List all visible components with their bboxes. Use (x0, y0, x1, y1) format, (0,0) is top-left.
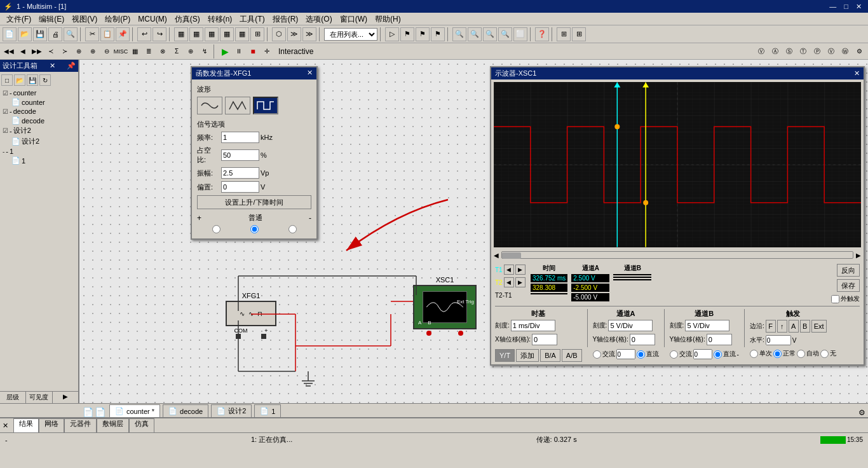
tb3-btn4[interactable]: ▦ (220, 27, 234, 41)
sim-btn3[interactable]: Ⓢ (783, 45, 796, 58)
help-button[interactable]: ❓ (535, 27, 549, 41)
tab-decode[interactable]: 📄 decode (163, 404, 208, 417)
fg-radio-center[interactable] (250, 225, 259, 233)
minimize-button[interactable]: — (827, 3, 839, 11)
tb2-btn4[interactable]: ≺ (44, 45, 57, 58)
sim-btn4[interactable]: Ⓣ (797, 45, 810, 58)
tab-settings-icon[interactable]: ⚙ (858, 408, 865, 417)
osc-close-btn[interactable]: ✕ (854, 69, 860, 78)
menu-draw[interactable]: 绘制(P) (101, 13, 134, 25)
xfg-body[interactable]: ∿ ∿ ⊓ (226, 301, 276, 326)
tb5-btn4[interactable]: ⚑ (431, 27, 445, 41)
trigger-ext-btn[interactable]: Ext (811, 320, 827, 333)
tb5-btn3[interactable]: ⚑ (416, 27, 430, 41)
tree-item-decode-child[interactable]: 📄 decode (1, 116, 77, 125)
menu-edit[interactable]: 编辑(E) (35, 13, 68, 25)
trigger-a-btn[interactable]: A (789, 320, 799, 333)
tb2-btn6[interactable]: ⊕ (72, 45, 85, 58)
sidebar-close[interactable]: ✕ (50, 62, 55, 70)
timebase-scale-input[interactable] (511, 320, 555, 331)
cut-button[interactable]: ✂ (85, 27, 99, 41)
paste-button[interactable]: 📌 (116, 27, 130, 41)
tab-icon-1[interactable]: 📄 (83, 407, 93, 417)
tb2-btn5[interactable]: ≻ (58, 45, 71, 58)
zoom-frame-btn[interactable]: ⬜ (513, 27, 527, 41)
add-button[interactable]: 添加 (516, 349, 539, 362)
tb4-btn2[interactable]: ≫ (287, 27, 301, 41)
menu-tools[interactable]: 工具(T) (236, 13, 268, 25)
bottom-tab-network[interactable]: 网络 (39, 418, 64, 432)
sidebar-new-btn[interactable]: □ (1, 74, 13, 86)
ya-offset-input[interactable] (630, 334, 655, 345)
ba-button[interactable]: B/A (540, 349, 560, 362)
menu-report[interactable]: 报告(R) (269, 13, 302, 25)
close-button[interactable]: ✕ (853, 3, 864, 11)
tb2-btn2[interactable]: ◀ (17, 45, 29, 58)
layout-btn2[interactable]: ⊞ (572, 27, 586, 41)
tree-item-counter-child[interactable]: 📄 counter (1, 97, 77, 107)
edge-up-btn[interactable]: ↑ (777, 320, 787, 333)
duty-input[interactable] (221, 149, 259, 161)
wave-sine[interactable] (197, 97, 222, 114)
cb-scale-input[interactable] (685, 320, 729, 331)
normal-radio[interactable] (773, 350, 782, 358)
tree-item-design2-child[interactable]: 📄 设计2 (1, 136, 77, 147)
maximize-button[interactable]: □ (841, 3, 851, 11)
level-input[interactable] (766, 335, 791, 345)
status-x-btn[interactable]: ✕ (3, 422, 8, 430)
preview-button[interactable]: 🔍 (64, 27, 78, 41)
menu-sim[interactable]: 仿真(S) (171, 13, 204, 25)
save-button[interactable]: 💾 (33, 27, 47, 41)
undo-button[interactable]: ↩ (137, 27, 151, 41)
tb5-btn1[interactable]: ▷ (385, 27, 399, 41)
yb-offset-input[interactable] (707, 334, 732, 345)
zoom-custom-btn[interactable]: 🔍 (498, 27, 512, 41)
func-gen-close[interactable]: ✕ (307, 69, 313, 78)
tab-1[interactable]: 📄 1 (254, 404, 281, 417)
sim-btn7[interactable]: Ⓦ (839, 45, 851, 58)
inuse-dropdown[interactable]: 在用列表... (324, 28, 377, 41)
tb3-btn5[interactable]: ▦ (235, 27, 249, 41)
cb-ac-radio[interactable] (670, 350, 678, 359)
sim-settings[interactable]: ⚙ (853, 45, 865, 58)
zoom-in-btn[interactable]: 🔍 (452, 27, 466, 41)
osc-scroll-left[interactable]: ◀ (494, 252, 499, 259)
tb4-btn1[interactable]: ⬡ (272, 27, 286, 41)
sidebar-refresh-btn[interactable]: ↻ (39, 74, 51, 86)
tb2-btn14[interactable]: ↯ (198, 45, 211, 58)
tb2-btn10[interactable]: ≣ (142, 45, 155, 58)
zoom-fit-btn[interactable]: 🔍 (483, 27, 497, 41)
bottom-tab-sim[interactable]: 仿真 (129, 418, 154, 432)
reverse-button[interactable]: 反向 (837, 264, 860, 277)
tb3-btn2[interactable]: ▦ (189, 27, 203, 41)
offset-input[interactable] (221, 181, 259, 193)
tb3-btn6[interactable]: ⊞ (250, 27, 264, 41)
auto-radio[interactable] (797, 350, 805, 358)
ca-ac-radio[interactable] (593, 350, 601, 359)
tab-design2[interactable]: 📄 设计2 (211, 404, 252, 417)
single-radio[interactable] (750, 350, 758, 358)
t2-right-btn[interactable]: ▶ (515, 277, 526, 287)
yt-button[interactable]: Y/T (495, 349, 515, 362)
fg-radio-right[interactable] (288, 225, 297, 233)
menu-transfer[interactable]: 转移(n) (204, 13, 236, 25)
freq-input[interactable] (221, 132, 259, 143)
t1-right-btn[interactable]: ▶ (515, 265, 526, 275)
trigger-b-btn[interactable]: B (800, 320, 810, 333)
ca-dc-radio[interactable] (637, 350, 645, 359)
tb4-btn3[interactable]: ≫ (302, 27, 316, 41)
tb5-btn2[interactable]: ⚑ (400, 27, 414, 41)
ext-trigger-checkbox[interactable] (831, 295, 839, 303)
play-button[interactable]: ▶ (219, 45, 231, 58)
tb2-btn12[interactable]: Σ (170, 45, 183, 58)
menu-window[interactable]: 窗口(W) (336, 13, 371, 25)
xsc1-body[interactable]: Ext Trig A B (413, 285, 477, 329)
redo-button[interactable]: ↪ (153, 27, 166, 41)
menu-help[interactable]: 帮助(H) (371, 13, 405, 25)
sidebar-open-btn[interactable]: 📂 (14, 74, 25, 86)
sidebar-save-btn[interactable]: 💾 (27, 74, 38, 86)
cursor-button[interactable]: ✛ (261, 45, 273, 58)
save-button[interactable]: 保存 (837, 279, 860, 292)
x-offset-input[interactable] (532, 334, 557, 345)
fg-radio-left[interactable] (212, 225, 220, 233)
